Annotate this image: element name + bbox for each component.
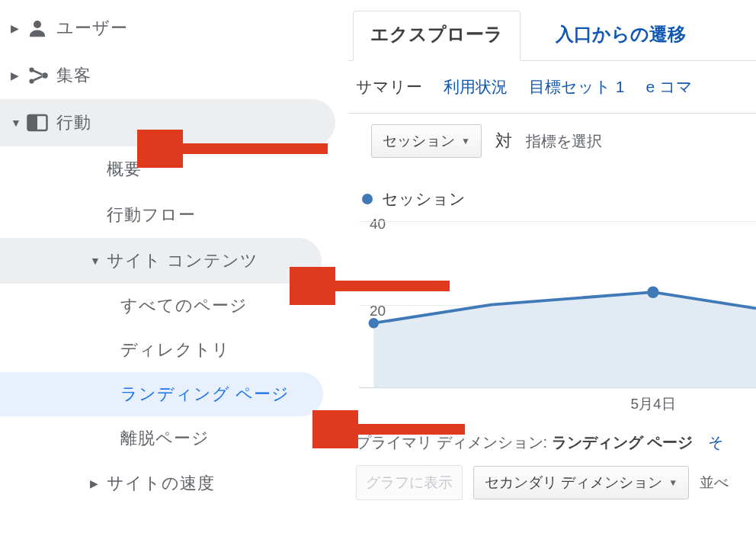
sidebar-item-label: ランディング ページ — [120, 383, 290, 406]
x-axis-tick: 5月4日 — [630, 394, 675, 414]
caret-right-icon: ▶ — [11, 22, 26, 34]
sidebar-item-label: ディレクトリ — [120, 339, 230, 361]
subtab-goalset1[interactable]: 目標セット 1 — [529, 76, 625, 98]
sidebar-item-audience[interactable]: ▶ ユーザー — [0, 5, 348, 52]
vs-label: 対 — [495, 130, 512, 152]
sidebar-subitem-overview[interactable]: 概要 — [0, 146, 348, 192]
chart-legend: セッション — [348, 169, 756, 210]
sidebar-item-label: 概要 — [107, 158, 142, 181]
sidebar-item-label: すべてのページ — [120, 294, 248, 317]
chart-svg — [359, 213, 756, 390]
subtab-usage[interactable]: 利用状況 — [444, 76, 508, 98]
sidebar-leaf-all-pages[interactable]: すべてのページ — [0, 284, 348, 328]
legend-dot-icon — [362, 194, 373, 204]
primary-dimension-value: ランディング ページ — [552, 434, 694, 451]
caret-right-icon: ▶ — [11, 69, 26, 82]
subtab-summary[interactable]: サマリー — [356, 76, 422, 98]
svg-point-10 — [647, 286, 658, 297]
secondary-controls: グラフに表示 セカンダリ ディメンション ▼ 並べ — [348, 453, 756, 500]
subtab-ecommerce[interactable]: e コマ — [646, 76, 694, 98]
sidebar-item-label: 行動フロー — [107, 204, 196, 226]
dropdown-value: セッション — [383, 131, 455, 151]
sidebar-item-label: ユーザー — [56, 17, 128, 40]
plot-rows-button[interactable]: グラフに表示 — [356, 465, 463, 500]
sidebar-leaf-directory[interactable]: ディレクトリ — [0, 328, 348, 372]
sidebar-subitem-site-content[interactable]: ▼ サイト コンテンツ — [0, 238, 322, 284]
primary-dimension-row: プライマリ ディメンション: ランディング ページ そ — [348, 411, 756, 453]
sidebar-subitem-site-speed[interactable]: ▶ サイトの速度 — [0, 461, 348, 506]
tab-label: エクスプローラ — [370, 24, 503, 44]
metric-controls: セッション ▼ 対 指標を選択 — [348, 113, 756, 169]
subtab-bar: サマリー 利用状況 目標セット 1 e コマ — [348, 61, 756, 113]
behavior-icon — [26, 111, 56, 134]
sidebar-item-label: 離脱ページ — [120, 427, 210, 450]
legend-label: セッション — [382, 188, 466, 210]
user-icon — [26, 17, 56, 40]
primary-dimension-other[interactable]: そ — [708, 434, 723, 451]
sort-link[interactable]: 並べ — [700, 473, 729, 493]
svg-point-0 — [34, 21, 41, 28]
sidebar-item-behavior[interactable]: ▼ 行動 — [0, 99, 335, 146]
tab-bar: エクスプローラ 入口からの遷移 — [348, 11, 756, 61]
sidebar-item-acquisition[interactable]: ▶ 集客 — [0, 52, 348, 99]
tab-label: 入口からの遷移 — [556, 24, 686, 44]
sidebar-item-label: 行動 — [56, 111, 91, 134]
svg-rect-5 — [28, 115, 38, 130]
primary-dimension-label: プライマリ ディメンション: — [356, 434, 547, 451]
main-content: エクスプローラ 入口からの遷移 サマリー 利用状況 目標セット 1 e コマ セ… — [348, 0, 756, 549]
secondary-dimension-dropdown[interactable]: セカンダリ ディメンション ▼ — [473, 466, 689, 499]
chart: 40 20 5月4日 — [348, 213, 756, 411]
sidebar-item-label: 集客 — [56, 64, 91, 87]
chevron-down-icon: ▼ — [461, 136, 470, 146]
caret-right-icon: ▶ — [90, 477, 107, 490]
sidebar: ▶ ユーザー ▶ 集客 ▼ 行動 概要 行動フロー — [0, 0, 348, 549]
svg-point-3 — [42, 72, 48, 79]
choose-metric-link[interactable]: 指標を選択 — [526, 131, 602, 152]
sidebar-item-label: サイト コンテンツ — [107, 249, 258, 272]
sidebar-item-label: サイトの速度 — [107, 472, 215, 495]
chevron-down-icon: ▼ — [668, 477, 678, 488]
tab-explorer[interactable]: エクスプローラ — [353, 11, 521, 61]
metric-dropdown[interactable]: セッション ▼ — [371, 124, 482, 158]
acquisition-icon — [26, 64, 56, 87]
caret-down-icon: ▼ — [11, 117, 26, 129]
sidebar-subitem-behavior-flow[interactable]: 行動フロー — [0, 192, 348, 238]
dropdown-value: セカンダリ ディメンション — [485, 473, 662, 493]
tab-navigation-summary[interactable]: 入口からの遷移 — [539, 11, 703, 60]
sidebar-leaf-exit-pages[interactable]: 離脱ページ — [0, 416, 348, 461]
svg-point-9 — [369, 318, 380, 329]
caret-down-icon: ▼ — [90, 255, 107, 267]
sidebar-leaf-landing-pages[interactable]: ランディング ページ — [0, 372, 323, 416]
